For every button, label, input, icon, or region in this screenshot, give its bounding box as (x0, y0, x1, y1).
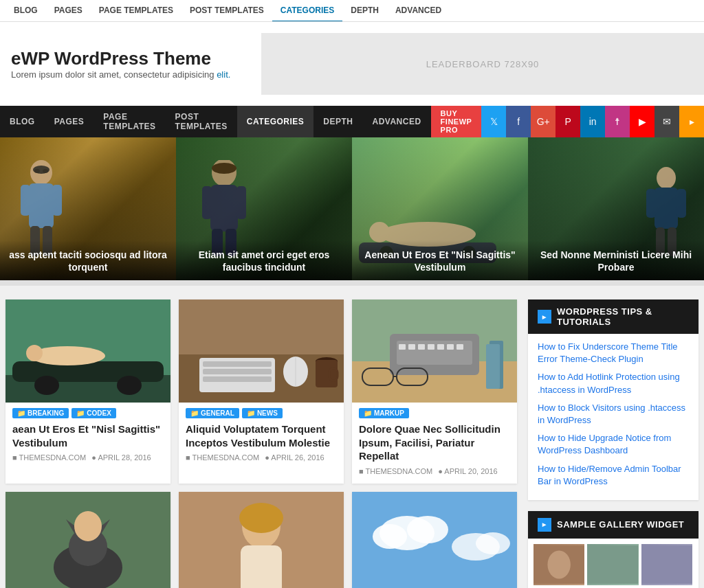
svg-point-70 (239, 503, 283, 533)
admin-tab-post-templates[interactable]: POST TEMPLATES (182, 0, 272, 22)
post-image-4 (6, 492, 170, 589)
svg-rect-52 (428, 344, 434, 350)
svg-rect-51 (418, 344, 425, 350)
hero-slide-4[interactable]: Sed Nonne Merninisti Licere Mihi Probare (528, 137, 704, 280)
post-site-2: ■ THEMESDNA.COM (186, 453, 259, 462)
post-card-4[interactable] (6, 492, 170, 589)
google-plus-icon[interactable]: G+ (531, 106, 556, 137)
nav-page-templates[interactable]: PAGE TEMPLATES (94, 106, 165, 137)
nav-buy-button[interactable]: BUY FINEWP PRO (431, 106, 482, 137)
post-card-3[interactable]: 📁 MARKUP Dolore Quae Nec Sollicitudin Ip… (352, 299, 517, 484)
post-title-3: Dolore Quae Nec Sollicitudin Ipsum, Faci… (359, 422, 510, 463)
admin-tab-depth[interactable]: DEPTH (342, 0, 387, 22)
widget-link-5[interactable]: How to Hide/Remove Admin Toolbar Bar in … (538, 463, 689, 488)
youtube-icon[interactable]: ▶ (630, 106, 654, 137)
site-branding: eWP WordPress Theme Lorem ipsum dolor si… (0, 48, 261, 80)
svg-point-31 (117, 376, 142, 395)
tag-news[interactable]: 📁 NEWS (242, 408, 283, 418)
post-date-1: ● APRIL 28, 2016 (91, 453, 151, 462)
svg-point-30 (34, 376, 59, 395)
folder-icon-5: 📁 (364, 409, 372, 417)
svg-point-21 (657, 167, 676, 189)
svg-rect-69 (241, 545, 282, 588)
post-title-2: Aliquid Voluptatem Torquent Inceptos Ves… (186, 422, 337, 449)
sidebar: ► WORDPRESS TIPS & TUTORIALS How to Fix … (522, 299, 704, 588)
svg-rect-38 (203, 369, 272, 374)
admin-tab-page-templates[interactable]: PAGE TEMPLATES (91, 0, 182, 22)
social-icons: 𝕏 f G+ P in ☨ ▶ ✉ ▸ (481, 106, 704, 137)
post-image-5 (179, 492, 344, 589)
folder-icon-4: 📁 (247, 409, 255, 417)
post-card-body-1: 📁 BREAKING 📁 CODEX aean Ut Eros Et "Nisl… (6, 403, 170, 470)
admin-tab-advanced[interactable]: ADVANCED (387, 0, 450, 22)
svg-rect-29 (12, 361, 164, 382)
svg-point-78 (547, 550, 570, 578)
svg-rect-50 (408, 344, 415, 350)
post-meta-3: ■ THEMESDNA.COM ● APRIL 20, 2016 (359, 467, 510, 475)
rss-icon[interactable]: ▸ (679, 106, 704, 137)
svg-rect-39 (203, 376, 272, 382)
svg-rect-22 (654, 188, 678, 229)
svg-rect-53 (437, 344, 444, 350)
svg-rect-43 (316, 360, 338, 387)
twitter-icon[interactable]: 𝕏 (481, 106, 506, 137)
widget-link-4[interactable]: How to Hide Upgrade Notice from WordPres… (538, 432, 689, 457)
widget-wp-tips: ► WORDPRESS TIPS & TUTORIALS How to Fix … (528, 299, 698, 500)
svg-rect-11 (202, 186, 212, 219)
facebook-icon[interactable]: f (506, 106, 531, 137)
svg-rect-49 (399, 344, 406, 350)
tag-markup[interactable]: 📁 MARKUP (359, 408, 409, 418)
widget-arrow-1: ► (538, 310, 551, 324)
svg-point-73 (407, 516, 448, 543)
post-site-3: ■ THEMESDNA.COM (359, 467, 432, 475)
admin-tab-pages[interactable]: PAGES (46, 0, 91, 22)
post-card-1[interactable]: 📁 BREAKING 📁 CODEX aean Ut Eros Et "Nisl… (6, 299, 170, 484)
hero-slide-3[interactable]: Aenean Ut Eros Et "Nisl Sagittis" Vestib… (352, 137, 528, 280)
admin-tab-categories[interactable]: CATEGORIES (272, 0, 342, 22)
tag-codex[interactable]: 📁 CODEX (72, 408, 116, 418)
pinterest-icon[interactable]: P (556, 106, 580, 137)
hero-slider: ass aptent taciti sociosqu ad litora tor… (0, 137, 704, 280)
section-divider (0, 280, 704, 286)
widget-title-2: ► SAMPLE GALLERY WIDGET (528, 511, 698, 539)
tag-general[interactable]: 📁 GENERAL (186, 408, 239, 418)
hero-slide-1[interactable]: ass aptent taciti sociosqu ad litora tor… (0, 137, 176, 280)
nav-depth[interactable]: DEPTH (314, 106, 362, 137)
nav-blog[interactable]: BLOG (0, 106, 45, 137)
gallery-thumb-1[interactable] (534, 544, 584, 585)
hero-slide-2[interactable]: Etiam sit amet orci eget eros faucibus t… (176, 137, 352, 280)
mail-icon[interactable]: ✉ (654, 106, 679, 137)
linkedin-icon[interactable]: in (580, 106, 605, 137)
gallery-thumb-3[interactable] (641, 544, 692, 585)
post-card-6[interactable] (352, 492, 517, 589)
widget-link-1[interactable]: How to Fix Underscore Theme Title Error … (538, 341, 689, 365)
post-date-2: ● APRIL 26, 2016 (265, 453, 324, 462)
folder-icon: 📁 (17, 409, 25, 417)
admin-bar: BLOG PAGES PAGE TEMPLATES POST TEMPLATES… (0, 0, 704, 22)
slide-caption-1: ass aptent taciti sociosqu ad litora tor… (0, 240, 176, 280)
widget-gallery: ► SAMPLE GALLERY WIDGET (528, 511, 698, 588)
post-card-2[interactable]: 📁 GENERAL 📁 NEWS Aliquid Voluptatem Torq… (179, 299, 344, 484)
post-card-5[interactable] (179, 492, 344, 589)
nav-categories[interactable]: CATEGORIES (237, 106, 314, 137)
widget-link-3[interactable]: How to Block Visitors using .htaccess in… (538, 402, 689, 427)
nav-advanced[interactable]: ADVANCED (362, 106, 430, 137)
main-nav: BLOG PAGES PAGE TEMPLATES POST TEMPLATES… (0, 106, 704, 137)
site-header: eWP WordPress Theme Lorem ipsum dolor si… (0, 22, 704, 106)
admin-tab-blog[interactable]: BLOG (6, 0, 46, 22)
tag-breaking[interactable]: 📁 BREAKING (12, 408, 69, 418)
slide-caption-4: Sed Nonne Merninisti Licere Mihi Probare (528, 240, 704, 280)
svg-rect-55 (456, 344, 463, 350)
svg-rect-37 (203, 361, 272, 367)
widget-link-2[interactable]: How to Add Hotlink Protection using .hta… (538, 371, 689, 396)
svg-rect-80 (641, 545, 692, 584)
instagram-icon[interactable]: ☨ (605, 106, 630, 137)
nav-pages[interactable]: PAGES (45, 106, 94, 137)
svg-point-7 (34, 169, 40, 173)
post-date-3: ● APRIL 20, 2016 (438, 467, 497, 475)
nav-post-templates[interactable]: POST TEMPLATES (166, 106, 237, 137)
gallery-thumb-2[interactable] (587, 544, 638, 585)
post-site-1: ■ THEMESDNA.COM (12, 453, 86, 462)
post-tags-2: 📁 GENERAL 📁 NEWS (186, 408, 337, 418)
svg-rect-54 (447, 344, 454, 350)
